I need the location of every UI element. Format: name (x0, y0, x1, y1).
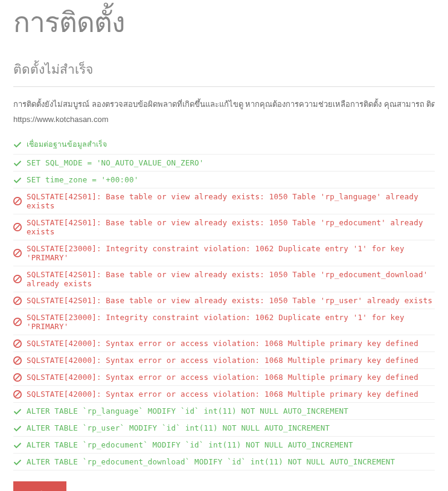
log-text: SQLSTATE[42S01]: Base table or view alre… (27, 270, 435, 288)
log-item: SQLSTATE[42S01]: Base table or view alre… (13, 266, 435, 292)
log-text: เชื่อมต่อฐานข้อมูลสำเร็จ (27, 138, 107, 150)
log-item: ALTER TABLE `rp_language` MODIFY `id` in… (13, 403, 435, 420)
log-item: SQLSTATE[42000]: Syntax error or access … (13, 369, 435, 386)
divider (13, 86, 435, 87)
check-icon (13, 441, 22, 449)
svg-line-13 (16, 341, 20, 345)
svg-line-3 (16, 225, 20, 229)
log-text: SQLSTATE[42000]: Syntax error or access … (27, 356, 418, 365)
svg-line-19 (16, 392, 20, 396)
ban-icon (13, 390, 22, 399)
svg-line-5 (16, 251, 20, 255)
log-text: ALTER TABLE `rp_edocument` MODIFY `id` i… (27, 440, 353, 449)
ban-icon (13, 373, 22, 382)
log-item: SQLSTATE[42000]: Syntax error or access … (13, 352, 435, 369)
svg-line-17 (16, 375, 20, 379)
description-text: การติดตั้งยังไม่สมบูรณ์ ลองตรวจสอบข้อผิด… (13, 98, 435, 111)
log-item: SQLSTATE[42S01]: Base table or view alre… (13, 292, 435, 309)
check-icon (13, 424, 22, 432)
ban-icon (13, 275, 22, 283)
help-url: https://www.kotchasan.com (13, 115, 435, 124)
log-text: SQLSTATE[42000]: Syntax error or access … (27, 390, 418, 399)
log-text: SQLSTATE[42S01]: Base table or view alre… (27, 218, 435, 236)
retry-button[interactable]: ลองใหม่ (13, 481, 66, 491)
install-log-list: เชื่อมต่อฐานข้อมูลสำเร็จSET SQL_MODE = '… (13, 135, 435, 470)
ban-icon (13, 249, 22, 257)
log-text: ALTER TABLE `rp_edocument_download` MODI… (27, 457, 395, 466)
log-item: SET SQL_MODE = 'NO_AUTO_VALUE_ON_ZERO' (13, 155, 435, 172)
log-text: SQLSTATE[23000]: Integrity constraint vi… (27, 313, 435, 331)
log-text: SQLSTATE[23000]: Integrity constraint vi… (27, 244, 435, 262)
page-title: การติดตั้ง (13, 0, 435, 44)
ban-icon (13, 223, 22, 231)
log-text: SET SQL_MODE = 'NO_AUTO_VALUE_ON_ZERO' (27, 158, 204, 167)
log-item: SQLSTATE[23000]: Integrity constraint vi… (13, 240, 435, 266)
ban-icon (13, 297, 22, 305)
log-text: SET time_zone = '+00:00' (27, 175, 138, 184)
log-item: ALTER TABLE `rp_user` MODIFY `id` int(11… (13, 420, 435, 437)
check-icon (13, 140, 22, 149)
check-icon (13, 176, 22, 184)
check-icon (13, 159, 22, 167)
log-item: SQLSTATE[23000]: Integrity constraint vi… (13, 309, 435, 335)
log-text: ALTER TABLE `rp_user` MODIFY `id` int(11… (27, 423, 330, 432)
log-text: SQLSTATE[42000]: Syntax error or access … (27, 339, 418, 348)
log-item: SQLSTATE[42S01]: Base table or view alre… (13, 214, 435, 240)
log-item: SQLSTATE[42000]: Syntax error or access … (13, 386, 435, 403)
log-item: ALTER TABLE `rp_edocument_download` MODI… (13, 454, 435, 470)
log-item: ALTER TABLE `rp_edocument` MODIFY `id` i… (13, 437, 435, 454)
svg-line-9 (16, 298, 20, 303)
log-text: ALTER TABLE `rp_language` MODIFY `id` in… (27, 406, 348, 416)
ban-icon (13, 318, 22, 326)
svg-line-11 (16, 320, 20, 324)
log-text: SQLSTATE[42S01]: Base table or view alre… (27, 296, 432, 305)
check-icon (13, 407, 22, 416)
ban-icon (13, 356, 22, 365)
log-item: SET time_zone = '+00:00' (13, 172, 435, 188)
svg-line-1 (16, 199, 20, 204)
log-item: SQLSTATE[42S01]: Base table or view alre… (13, 188, 435, 214)
log-text: SQLSTATE[42S01]: Base table or view alre… (27, 192, 435, 210)
log-text: SQLSTATE[42000]: Syntax error or access … (27, 373, 418, 382)
log-item: เชื่อมต่อฐานข้อมูลสำเร็จ (13, 135, 435, 155)
svg-line-7 (16, 277, 20, 281)
ban-icon (13, 197, 22, 205)
log-item: SQLSTATE[42000]: Syntax error or access … (13, 335, 435, 352)
subtitle: ติดตั้งไม่สำเร็จ (13, 59, 435, 79)
ban-icon (13, 339, 22, 348)
check-icon (13, 458, 22, 466)
svg-line-15 (16, 358, 20, 362)
